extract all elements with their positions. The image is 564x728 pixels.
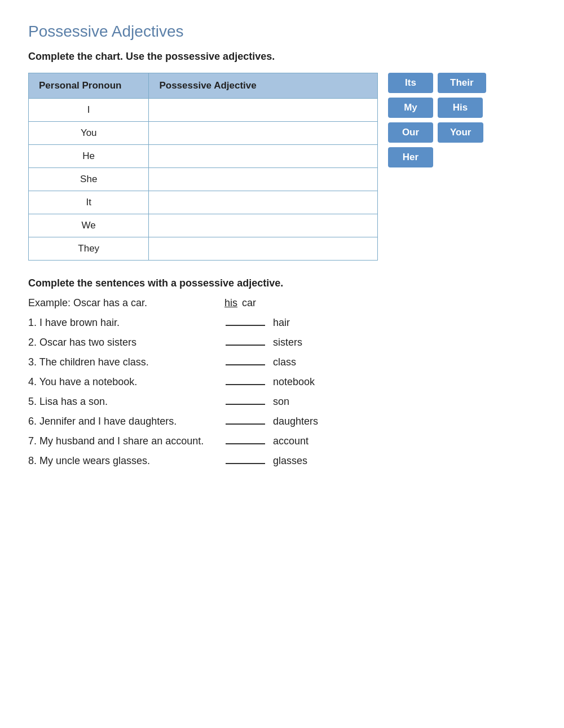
sentence-row: 7. My husband and I share an account.acc… (28, 435, 536, 447)
section-2: Complete the sentences with a possessive… (28, 277, 536, 467)
instruction-1: Complete the chart. Use the possessive a… (28, 51, 536, 63)
sentence-text: 2. Oscar has two sisters (28, 337, 220, 348)
example-answer: his (224, 297, 237, 309)
sentence-text: 5. Lisa has a son. (28, 396, 220, 408)
word-chip[interactable]: Its (388, 73, 433, 93)
adjective-cell[interactable] (149, 237, 378, 261)
word-bank-row: MyHis (388, 98, 486, 118)
sentence-text: 6. Jennifer and I have daughters. (28, 416, 220, 427)
sentence-noun: glasses (273, 455, 307, 467)
pronoun-cell: They (29, 237, 149, 261)
sentence-noun: sisters (273, 337, 302, 348)
sentence-noun: daughters (273, 416, 318, 427)
sentence-row: 3. The children have class.class (28, 356, 536, 368)
sentence-noun: son (273, 396, 289, 408)
word-chip[interactable]: His (438, 98, 483, 118)
adjective-cell[interactable] (149, 214, 378, 237)
adjective-cell[interactable] (149, 99, 378, 122)
word-chip[interactable]: Our (388, 122, 433, 143)
sentence-text: 3. The children have class. (28, 356, 220, 368)
word-bank-row: OurYour (388, 122, 486, 143)
example-sentence: Example: Oscar has a car. (28, 297, 220, 309)
pronoun-cell: You (29, 122, 149, 145)
adjective-cell[interactable] (149, 168, 378, 191)
pronoun-cell: We (29, 214, 149, 237)
pronoun-cell: It (29, 191, 149, 214)
pronoun-cell: He (29, 145, 149, 168)
word-chip[interactable]: Your (438, 122, 483, 143)
word-chip[interactable]: Their (438, 73, 486, 93)
sentence-text: 7. My husband and I share an account. (28, 435, 220, 447)
pronoun-cell: I (29, 99, 149, 122)
answer-blank[interactable] (226, 345, 265, 346)
sentence-noun: account (273, 435, 309, 447)
sentence-text: 4. You have a notebook. (28, 376, 220, 388)
answer-blank[interactable] (226, 364, 265, 365)
example-noun: car (242, 297, 256, 309)
page-title: Possessive Adjectives (28, 23, 536, 41)
sentence-row: 8. My uncle wears glasses.glasses (28, 455, 536, 467)
sentence-row: 1. I have brown hair.hair (28, 317, 536, 329)
word-chip[interactable]: Her (388, 147, 433, 167)
adjective-cell[interactable] (149, 122, 378, 145)
sentence-noun: hair (273, 317, 290, 329)
answer-blank[interactable] (226, 384, 265, 385)
adjective-cell[interactable] (149, 191, 378, 214)
answer-blank[interactable] (226, 443, 265, 444)
word-bank: ItsTheirMyHisOurYourHer (388, 73, 486, 167)
sentence-row: 4. You have a notebook.notebook (28, 376, 536, 388)
answer-blank[interactable] (226, 463, 265, 464)
word-chip[interactable]: My (388, 98, 433, 118)
sentence-noun: class (273, 356, 296, 368)
sentence-row: 2. Oscar has two sisterssisters (28, 337, 536, 348)
header-pronoun: Personal Pronoun (29, 73, 149, 99)
sentence-text: 8. My uncle wears glasses. (28, 455, 220, 467)
example-row: Example: Oscar has a car. his car (28, 297, 536, 309)
sentence-noun: notebook (273, 376, 315, 388)
pronoun-cell: She (29, 168, 149, 191)
header-adjective: Possessive Adjective (149, 73, 378, 99)
answer-blank[interactable] (226, 404, 265, 405)
instruction-2: Complete the sentences with a possessive… (28, 277, 536, 289)
answer-blank[interactable] (226, 423, 265, 425)
pronoun-table: Personal Pronoun Possessive Adjective IY… (28, 73, 378, 261)
word-bank-row: ItsTheir (388, 73, 486, 93)
sentence-row: 5. Lisa has a son.son (28, 396, 536, 408)
sentence-text: 1. I have brown hair. (28, 317, 220, 329)
word-bank-row: Her (388, 147, 486, 167)
chart-area: Personal Pronoun Possessive Adjective IY… (28, 73, 536, 261)
sentence-row: 6. Jennifer and I have daughters.daughte… (28, 416, 536, 427)
answer-blank[interactable] (226, 325, 265, 326)
adjective-cell[interactable] (149, 145, 378, 168)
